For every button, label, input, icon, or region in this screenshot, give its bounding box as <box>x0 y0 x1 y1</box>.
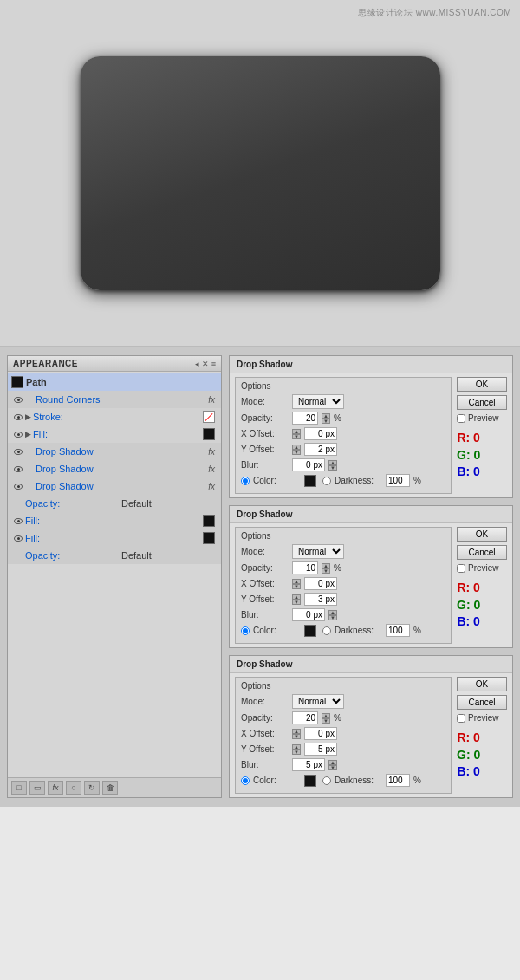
shadow-1-ok-btn[interactable]: OK <box>457 377 507 392</box>
eye-icon-stroke[interactable] <box>11 412 25 422</box>
drop-shadow-label-3[interactable]: Drop Shadow <box>25 481 205 491</box>
fill-row-2[interactable]: Fill: <box>8 512 221 529</box>
stroke-swatch[interactable] <box>203 411 215 423</box>
stepper-down[interactable]: ▼ <box>292 584 301 589</box>
eye-icon-ds3[interactable] <box>11 481 25 491</box>
shadow-3-opacity-stepper[interactable]: ▲ ▼ <box>322 713 330 724</box>
stepper-down[interactable]: ▼ <box>292 600 301 605</box>
shadow-2-darkness-input[interactable] <box>386 624 410 637</box>
drop-shadow-row-2[interactable]: Drop Shadow fx <box>8 460 221 477</box>
shadow-1-yoffset-stepper[interactable]: ▲ ▼ <box>292 445 301 455</box>
eye-icon-ds2[interactable] <box>11 464 25 474</box>
fill-swatch[interactable] <box>203 428 215 440</box>
shadow-2-opacity-stepper[interactable]: ▲ ▼ <box>322 563 330 574</box>
shadow-1-preview-check[interactable]: Preview <box>457 413 499 423</box>
menu-icon[interactable]: ≡ <box>211 360 216 368</box>
shadow-1-color-radio[interactable] <box>241 477 250 485</box>
shadow-3-xoffset-input[interactable] <box>304 727 337 740</box>
eye-icon-round-corners[interactable] <box>11 394 25 405</box>
stepper-down[interactable]: ▼ <box>292 450 301 455</box>
shadow-2-mode-select[interactable]: Normal <box>292 544 344 559</box>
shadow-3-xoffset-stepper[interactable]: ▲ ▼ <box>292 729 301 739</box>
shadow-2-color-radio[interactable] <box>241 626 250 635</box>
round-corners-label[interactable]: Round Corners <box>25 394 205 405</box>
shadow-1-darkness-radio[interactable] <box>322 477 331 485</box>
stepper-down[interactable]: ▼ <box>322 568 330 574</box>
minimize-icon[interactable]: ◂ <box>195 360 199 368</box>
fill-row-3[interactable]: Fill: <box>8 529 221 547</box>
drop-shadow-label-1[interactable]: Drop Shadow <box>25 446 205 457</box>
shadow-2-yoffset-input[interactable] <box>304 593 337 606</box>
round-corners-row[interactable]: Round Corners fx <box>8 391 221 408</box>
shadow-2-ok-btn[interactable]: OK <box>457 527 507 542</box>
shadow-1-xoffset-stepper[interactable]: ▲ ▼ <box>292 429 301 439</box>
shadow-2-preview-checkbox[interactable] <box>457 564 465 573</box>
shadow-3-color-swatch[interactable] <box>304 775 316 787</box>
fill-label[interactable]: Fill: <box>33 429 203 439</box>
shadow-1-darkness-input[interactable] <box>386 474 410 487</box>
shadow-1-blur-stepper[interactable]: ▲ ▼ <box>328 460 337 471</box>
fill-swatch-2[interactable] <box>203 515 215 527</box>
shadow-1-cancel-btn[interactable]: Cancel <box>457 395 507 410</box>
eye-icon-fill3[interactable] <box>11 533 25 543</box>
drop-shadow-row-1[interactable]: Drop Shadow fx <box>8 443 221 460</box>
stroke-row[interactable]: ▶ Stroke: <box>8 408 221 425</box>
stepper-down[interactable]: ▼ <box>292 750 301 755</box>
footer-fx-btn[interactable]: fx <box>48 781 63 795</box>
shadow-1-xoffset-input[interactable] <box>304 427 337 440</box>
shadow-3-darkness-radio[interactable] <box>322 776 331 785</box>
eye-icon-ds1[interactable] <box>11 446 25 457</box>
shadow-3-preview-checkbox[interactable] <box>457 714 465 723</box>
eye-icon-fill[interactable] <box>11 429 25 439</box>
shadow-1-opacity-stepper[interactable]: ▲ ▼ <box>322 413 330 424</box>
stepper-down[interactable]: ▼ <box>322 718 330 724</box>
shadow-1-preview-checkbox[interactable] <box>457 414 465 423</box>
shadow-2-blur-stepper[interactable]: ▲ ▼ <box>328 610 337 620</box>
footer-rect-btn[interactable]: ▭ <box>29 781 45 795</box>
shadow-2-yoffset-stepper[interactable]: ▲ ▼ <box>292 594 301 605</box>
shadow-2-darkness-radio[interactable] <box>322 626 331 635</box>
shadow-3-darkness-input[interactable] <box>386 774 410 787</box>
drop-shadow-row-3[interactable]: Drop Shadow fx <box>8 477 221 495</box>
footer-trash-btn[interactable]: 🗑 <box>102 781 118 795</box>
shadow-3-opacity-input[interactable] <box>292 711 318 724</box>
footer-arrow-btn[interactable]: ↻ <box>84 781 100 795</box>
shadow-2-preview-check[interactable]: Preview <box>457 563 499 573</box>
shadow-2-blur-input[interactable] <box>292 608 325 621</box>
close-icon[interactable]: ✕ <box>202 360 209 368</box>
shadow-1-yoffset-input[interactable] <box>304 443 337 456</box>
shadow-2-xoffset-input[interactable] <box>304 577 337 590</box>
shadow-3-yoffset-stepper[interactable]: ▲ ▼ <box>292 744 301 755</box>
shadow-3-ok-btn[interactable]: OK <box>457 677 507 691</box>
shadow-3-blur-input[interactable] <box>292 758 325 771</box>
shadow-3-blur-stepper[interactable]: ▲ ▼ <box>328 760 337 770</box>
fill-label-3[interactable]: Fill: <box>25 533 203 543</box>
fill-swatch-3[interactable] <box>203 532 215 544</box>
shadow-3-yoffset-input[interactable] <box>304 743 337 756</box>
shadow-3-cancel-btn[interactable]: Cancel <box>457 695 507 710</box>
footer-circle-btn[interactable]: ○ <box>66 781 81 795</box>
stepper-down[interactable]: ▼ <box>292 434 301 439</box>
shadow-2-cancel-btn[interactable]: Cancel <box>457 545 507 560</box>
shadow-1-blur-input[interactable] <box>292 458 325 471</box>
shadow-2-color-swatch[interactable] <box>304 625 316 637</box>
stepper-down[interactable]: ▼ <box>322 419 330 424</box>
fill-label-2[interactable]: Fill: <box>25 516 203 526</box>
shadow-3-color-radio[interactable] <box>241 776 250 785</box>
shadow-2-xoffset-stepper[interactable]: ▲ ▼ <box>292 579 301 589</box>
stepper-down[interactable]: ▼ <box>292 734 301 739</box>
shadow-3-mode-select[interactable]: Normal <box>292 694 344 709</box>
footer-square-btn[interactable]: □ <box>11 781 27 795</box>
drop-shadow-label-2[interactable]: Drop Shadow <box>25 464 205 474</box>
shadow-3-preview-check[interactable]: Preview <box>457 713 499 723</box>
fill-row[interactable]: ▶ Fill: <box>8 425 221 443</box>
eye-icon-fill2[interactable] <box>11 516 25 526</box>
shadow-1-color-swatch[interactable] <box>304 475 316 487</box>
stepper-down[interactable]: ▼ <box>328 765 337 770</box>
shadow-2-opacity-input[interactable] <box>292 561 318 574</box>
stepper-down[interactable]: ▼ <box>328 465 337 471</box>
stroke-label[interactable]: Stroke: <box>33 412 203 422</box>
stepper-down[interactable]: ▼ <box>328 615 337 620</box>
shadow-1-mode-select[interactable]: Normal <box>292 394 344 409</box>
shadow-1-opacity-input[interactable] <box>292 412 318 425</box>
